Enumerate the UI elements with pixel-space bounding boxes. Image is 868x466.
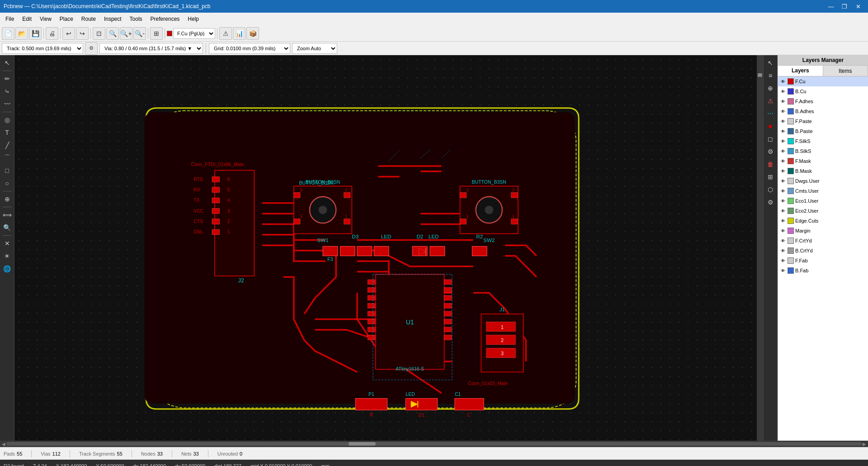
layer-eye-13[interactable]: 👁	[780, 208, 786, 214]
zoom-select[interactable]: Zoom Auto	[292, 43, 337, 54]
rt-settings[interactable]: ⚙	[764, 146, 776, 157]
h-scrollbar[interactable]: ◀ ▶	[0, 441, 868, 447]
layer-item-b-fab[interactable]: 👁B.Fab	[778, 266, 868, 276]
zoom-fit-button[interactable]: ⊡	[93, 27, 105, 40]
scroll-left-arrow[interactable]: ◀	[1, 442, 6, 447]
netinspect-tool[interactable]: 🌐	[1, 263, 13, 275]
layer-eye-10[interactable]: 👁	[780, 178, 786, 184]
layer-eye-3[interactable]: 👁	[780, 108, 786, 114]
menu-edit[interactable]: Edit	[19, 14, 35, 24]
menu-view[interactable]: View	[36, 14, 55, 24]
new-file-button[interactable]: 📄	[2, 27, 14, 40]
layer-eye-19[interactable]: 👁	[780, 267, 786, 274]
minimize-button[interactable]: —	[825, 2, 837, 11]
layer-eye-6[interactable]: 👁	[780, 138, 786, 144]
draw-rect-tool[interactable]: □	[1, 165, 13, 176]
layer-eye-9[interactable]: 👁	[780, 168, 786, 174]
via-size-select[interactable]: Via: 0.80 / 0.40 mm (31.5 / 15.7 mils) ▼	[99, 43, 203, 54]
add-text-tool[interactable]: T	[1, 127, 13, 138]
track-settings-button[interactable]: ⚙	[85, 42, 98, 55]
route-tracks-tool[interactable]: ✏	[1, 73, 13, 85]
measure-tool[interactable]: ⟺	[1, 209, 13, 221]
menu-file[interactable]: File	[2, 14, 18, 24]
track-width-select[interactable]: Track: 0.500 mm (19.69 mils)	[2, 43, 83, 54]
close-button[interactable]: ✕	[852, 2, 864, 11]
rt-drc[interactable]: ⚠	[764, 95, 776, 107]
v-scroll-thumb[interactable]	[758, 73, 762, 77]
layer-item-margin[interactable]: 👁Margin	[778, 226, 868, 236]
rt-delete[interactable]: 🗑	[764, 158, 776, 170]
layer-eye-4[interactable]: 👁	[780, 118, 786, 124]
layer-item-f-silks[interactable]: 👁F.SilkS	[778, 136, 868, 146]
layer-eye-18[interactable]: 👁	[780, 257, 786, 264]
layer-eye-16[interactable]: 👁	[780, 238, 786, 244]
layer-item-dwgs-user[interactable]: 👁Dwgs.User	[778, 176, 868, 186]
v-scrollbar[interactable]	[757, 55, 763, 441]
rt-ratsnest[interactable]: ⋯	[764, 108, 776, 119]
rt-grid-overlay[interactable]: ⊞	[764, 171, 776, 183]
layer-item-f-fab[interactable]: 👁F.Fab	[778, 256, 868, 266]
menu-help[interactable]: Help	[184, 14, 203, 24]
menu-tools[interactable]: Tools	[126, 14, 146, 24]
zoom-out-button[interactable]: 🔍-	[133, 27, 146, 40]
draw-line-tool[interactable]: ╱	[1, 139, 13, 151]
3d-view-button[interactable]: 📦	[246, 27, 259, 40]
zoom-in-button[interactable]: 🔍+	[120, 27, 132, 40]
inspect-tool[interactable]: 🔍	[1, 222, 13, 233]
refresh-button[interactable]: ⊞	[150, 27, 163, 40]
drc-button[interactable]: ⚠	[219, 27, 232, 40]
layer-eye-11[interactable]: 👁	[780, 188, 786, 194]
layer-item-cmts-user[interactable]: 👁Cmts.User	[778, 186, 868, 196]
zoom-area-button[interactable]: 🔍	[106, 27, 119, 40]
layer-item-f-paste[interactable]: 👁F.Paste	[778, 116, 868, 126]
rt-filled[interactable]: ■	[764, 120, 776, 132]
layer-item-f-crtyd[interactable]: 👁F.CrtYd	[778, 236, 868, 246]
maximize-button[interactable]: ❐	[838, 2, 851, 11]
layer-eye-0[interactable]: 👁	[780, 78, 786, 85]
rt-net[interactable]: ⊕	[764, 82, 776, 94]
layer-eye-15[interactable]: 👁	[780, 228, 786, 234]
open-file-button[interactable]: 📂	[15, 27, 28, 40]
layer-item-b-paste[interactable]: 👁B.Paste	[778, 126, 868, 136]
undo-button[interactable]: ↩	[62, 27, 75, 40]
tune-track-tool[interactable]: 〰	[1, 98, 13, 110]
layer-eye-5[interactable]: 👁	[780, 128, 786, 134]
grid-select[interactable]: Grid: 0.0100 mm (0.39 mils)	[209, 43, 290, 54]
menu-inspect[interactable]: Inspect	[100, 14, 125, 24]
layer-eye-2[interactable]: 👁	[780, 98, 786, 105]
layer-eye-17[interactable]: 👁	[780, 247, 786, 254]
layer-item-eco2-user[interactable]: 👁Eco2.User	[778, 206, 868, 216]
menu-route[interactable]: Route	[78, 14, 99, 24]
scroll-thumb[interactable]	[349, 442, 376, 446]
layer-item-f-cu[interactable]: 👁F.Cu	[778, 76, 868, 86]
layer-item-b-adhes[interactable]: 👁B.Adhes	[778, 106, 868, 116]
add-footprint-tool[interactable]: ⊕	[1, 193, 13, 205]
redo-button[interactable]: ↪	[76, 27, 89, 40]
plot-button[interactable]: 📊	[233, 27, 245, 40]
add-via-tool[interactable]: ◎	[1, 114, 13, 126]
route-diff-pair-tool[interactable]: ⤷	[1, 86, 13, 97]
pcb-canvas[interactable]: J2 6 5 4 3 2 1 RTS RX TX VCC CTS GNL	[14, 55, 763, 441]
menu-place[interactable]: Place	[56, 14, 77, 24]
menu-preferences[interactable]: Preferences	[147, 14, 184, 24]
rt-clearance[interactable]: ◻	[764, 133, 776, 145]
layer-item-f-mask[interactable]: 👁F.Mask	[778, 156, 868, 166]
draw-circle-tool[interactable]: ○	[1, 177, 13, 189]
rt-layers[interactable]: ≡	[764, 70, 776, 81]
highlight-tool[interactable]: ☀	[1, 250, 13, 262]
layer-item-b-mask[interactable]: 👁B.Mask	[778, 166, 868, 176]
save-button[interactable]: 💾	[29, 27, 42, 40]
layers-tab-layers[interactable]: Layers	[778, 66, 823, 76]
layer-eye-8[interactable]: 👁	[780, 158, 786, 164]
layer-item-b-silks[interactable]: 👁B.SilkS	[778, 146, 868, 156]
layer-item-eco1-user[interactable]: 👁Eco1.User	[778, 196, 868, 206]
layer-item-edge-cuts[interactable]: 👁Edge.Cuts	[778, 216, 868, 226]
scroll-right-arrow[interactable]: ▶	[862, 442, 867, 447]
layer-item-f-adhes[interactable]: 👁F.Adhes	[778, 96, 868, 106]
rt-components[interactable]: ⚙	[764, 196, 776, 208]
layer-eye-14[interactable]: 👁	[780, 218, 786, 224]
rt-footprints[interactable]: ⬡	[764, 184, 776, 195]
layer-eye-1[interactable]: 👁	[780, 88, 786, 95]
print-button[interactable]: 🖨	[46, 27, 58, 40]
select-tool[interactable]: ↖	[1, 57, 13, 69]
